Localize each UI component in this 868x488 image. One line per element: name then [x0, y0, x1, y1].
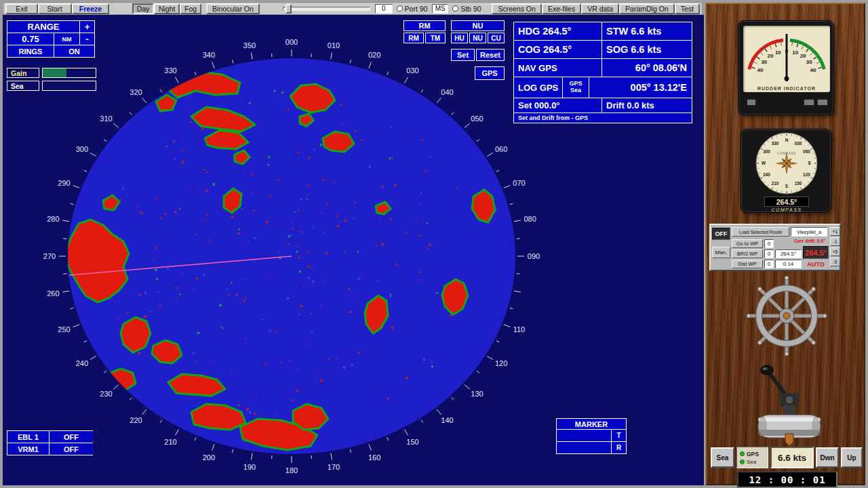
- freeze-button[interactable]: Freeze: [72, 3, 110, 14]
- toolbar-slider[interactable]: [283, 7, 370, 11]
- ebl-label[interactable]: EBL 1: [7, 431, 49, 443]
- svg-text:250: 250: [58, 325, 70, 333]
- marker-title: MARKER: [557, 419, 626, 429]
- compass-gauge: N030060E120150S210240W300330COMPASS 264.…: [741, 129, 831, 213]
- log-source-selector[interactable]: GPS Sea: [563, 77, 589, 98]
- svg-text:090: 090: [528, 252, 540, 260]
- rudder-panel-button-3[interactable]: [817, 99, 828, 106]
- heading-plus1-button[interactable]: +1: [830, 227, 840, 236]
- ships-wheel[interactable]: [739, 274, 834, 358]
- svg-text:000: 000: [285, 38, 298, 46]
- speed-readout: 6.6 kts: [770, 447, 814, 468]
- stb90-label[interactable]: Stb 90: [460, 5, 481, 13]
- rudder-gauge-face: 40302010010203040 RUDDER INDICATOR: [743, 26, 830, 92]
- stb90-radio[interactable]: [452, 5, 458, 12]
- test-button[interactable]: Test: [675, 3, 700, 14]
- svg-text:320: 320: [130, 88, 142, 96]
- rudder-panel-button-1[interactable]: [747, 99, 756, 106]
- gps-button[interactable]: GPS: [475, 66, 505, 80]
- gain-bar[interactable]: [42, 68, 96, 78]
- vr-data-button[interactable]: VR data: [581, 3, 619, 14]
- latitude-readout: 60° 08.06'N: [602, 59, 692, 77]
- port90-label[interactable]: Port 90: [405, 5, 428, 13]
- vrm-state[interactable]: OFF: [50, 443, 93, 455]
- autopilot-off-button[interactable]: OFF: [712, 228, 730, 240]
- svg-text:150: 150: [795, 181, 802, 186]
- nav-data-panel: HDG 264.5° STW 6.6 kts COG 264.5° SOG 6.…: [513, 22, 692, 123]
- vrm-label[interactable]: VRM1: [7, 443, 49, 455]
- route-select[interactable]: Vikeplikt_a: [791, 227, 827, 237]
- set-readout: Set 000.0°: [514, 98, 601, 113]
- ebl-state[interactable]: OFF: [50, 431, 93, 443]
- svg-text:140: 140: [441, 416, 453, 424]
- svg-text:210: 210: [772, 181, 779, 186]
- marker-r-button[interactable]: R: [612, 442, 626, 453]
- slider-thumb[interactable]: [285, 4, 292, 14]
- dist-wp-field[interactable]: 0: [764, 260, 774, 268]
- rings-label[interactable]: RINGS: [7, 45, 54, 57]
- sea-mode-button[interactable]: Sea: [711, 447, 734, 468]
- port90-radio[interactable]: [397, 5, 403, 12]
- exe-files-button[interactable]: Exe-files: [542, 3, 581, 14]
- nu-title: NU: [451, 20, 505, 31]
- sog-readout: SOG 6.6 kts: [602, 41, 692, 58]
- autopilot-manual-button[interactable]: Man.: [712, 247, 730, 258]
- slider-value-field[interactable]: 0: [375, 4, 393, 14]
- gps-source-option[interactable]: GPS: [740, 451, 768, 458]
- gps-source-label: GPS: [747, 451, 759, 458]
- paramdlg-button[interactable]: ParamDlg On: [619, 3, 675, 14]
- speed-up-button[interactable]: Up: [841, 447, 863, 468]
- dist-wp-button[interactable]: Dist.WP: [732, 260, 763, 268]
- telegraph-emblem: [785, 434, 793, 446]
- svg-text:060: 060: [495, 145, 507, 153]
- svg-text:10: 10: [775, 49, 781, 56]
- range-plus-button[interactable]: +: [80, 21, 94, 33]
- svg-text:160: 160: [368, 453, 380, 462]
- marker-panel: MARKER T R: [556, 418, 627, 454]
- tm-button[interactable]: TM: [425, 33, 446, 43]
- binocular-button[interactable]: Binocular On: [206, 3, 260, 14]
- reset-button[interactable]: Reset: [476, 49, 505, 61]
- svg-text:10: 10: [792, 49, 798, 56]
- heading-minus5-button[interactable]: -5: [830, 258, 840, 266]
- load-route-button[interactable]: Load Selected Route: [732, 227, 789, 237]
- screens-on-button[interactable]: Screens On: [492, 3, 541, 14]
- sea-label[interactable]: Sea: [7, 81, 39, 91]
- sea-source-option[interactable]: Sea: [740, 459, 768, 465]
- day-button[interactable]: Day: [132, 3, 154, 14]
- svg-text:080: 080: [524, 215, 536, 223]
- fog-button[interactable]: Fog: [180, 3, 201, 14]
- top-toolbar: Exit Start Freeze Day Night Fog Binocula…: [3, 2, 703, 15]
- gain-label[interactable]: Gain: [7, 68, 39, 78]
- brg-wp-button[interactable]: BRG WP: [732, 249, 763, 258]
- marker-t-value: [557, 430, 611, 441]
- goto-wp-button[interactable]: Go to WP: [732, 239, 763, 248]
- goto-wp-field[interactable]: 0: [764, 239, 774, 248]
- range-minus-button[interactable]: -: [80, 33, 94, 45]
- rm-button[interactable]: RM: [403, 33, 424, 43]
- set-drift-footnote: Set and Drift from - GPS: [514, 113, 692, 123]
- rings-state-toggle[interactable]: ON: [54, 45, 94, 57]
- marker-t-button[interactable]: T: [612, 430, 626, 441]
- exit-button[interactable]: Exit: [5, 3, 38, 14]
- svg-text:130: 130: [471, 390, 483, 398]
- brg-wp-field[interactable]: 0: [764, 249, 774, 258]
- ms-field[interactable]: MS: [432, 4, 448, 14]
- svg-text:E: E: [808, 161, 812, 165]
- heading-plus5-button[interactable]: +5: [830, 247, 840, 256]
- rudder-panel-button-2[interactable]: [804, 99, 814, 106]
- gps-source-dot: [740, 451, 745, 456]
- svg-text:290: 290: [58, 179, 70, 187]
- night-button[interactable]: Night: [154, 3, 180, 14]
- cu-button[interactable]: CU: [488, 33, 505, 43]
- nu-button[interactable]: NU: [469, 33, 486, 43]
- speed-down-button[interactable]: Dwn: [816, 447, 839, 468]
- svg-text:230: 230: [100, 390, 112, 398]
- svg-text:180: 180: [285, 466, 298, 474]
- set-button[interactable]: Set: [451, 49, 475, 61]
- hu-button[interactable]: HU: [451, 33, 468, 43]
- heading-minus1-button[interactable]: -1: [830, 237, 840, 246]
- start-button[interactable]: Start: [38, 3, 72, 14]
- svg-text:330: 330: [772, 141, 779, 146]
- sea-bar[interactable]: [42, 81, 96, 91]
